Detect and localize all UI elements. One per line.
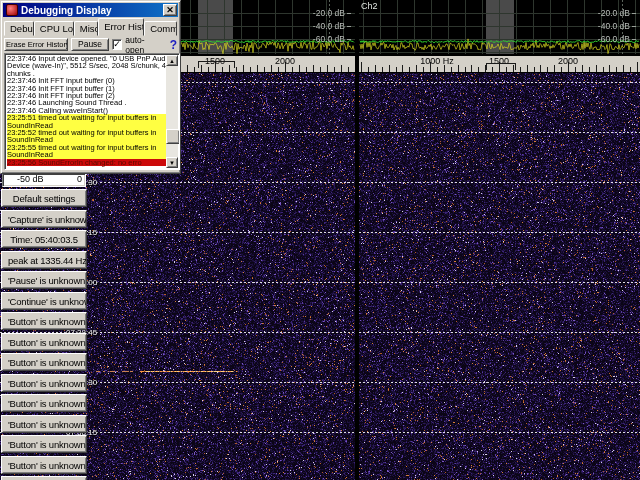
log-line: 23:25:56 SoundErrorIn changed: no erro [7,159,166,166]
erase-error-history-button[interactable]: Erase Error History [4,38,68,51]
channel2-label: Ch2 [361,1,378,11]
sidebar-button-12[interactable]: 'Button' is unknown [1,435,87,453]
sidebar-button-10[interactable]: 'Button' is unknown [1,394,87,412]
band-marker-left [198,61,235,68]
scrollbar[interactable]: ▲ ▼ [166,55,178,168]
app-screen: Ch2 -20.0 dB-40.0 dB-60.0 dB -20.0 dB-40… [0,0,640,480]
sidebar-button-2[interactable]: Time: 05:40:03.5 [1,230,87,248]
sidebar-button-14[interactable]: 'Button' is unknown [1,476,87,480]
channel-divider [355,0,359,480]
app-icon [6,4,18,16]
band-marker-right [486,63,516,70]
sidebar-button-3[interactable]: peak at 1335.44 Hz [1,251,87,269]
tab-error-history[interactable]: Error History [98,18,144,36]
debugging-display-window: Debugging Display ✕ DebugCPU LoadMiscErr… [0,0,181,174]
close-icon[interactable]: ✕ [163,4,177,16]
scroll-down-icon[interactable]: ▼ [166,157,178,168]
freq-label: 2000 [558,56,578,66]
level-display: -50 dB 0 [2,173,86,187]
title-bar[interactable]: Debugging Display ✕ [3,3,178,17]
scrollbar-thumb[interactable] [166,129,180,144]
sidebar-button-7[interactable]: 'Button' is unknown [1,333,87,351]
error-history-list[interactable]: 22:37:46 Input device opened. "0 USB PnP… [4,53,180,170]
level-zero-value: 0 [77,174,82,184]
pause-button[interactable]: Pause [71,38,109,51]
sidebar-button-4[interactable]: 'Pause' is unknown [1,271,87,289]
freq-label: 1000 Hz [420,56,454,66]
sidebar-button-1[interactable]: 'Capture' is unknown [1,210,87,228]
waterfall-right-canvas[interactable] [359,73,640,480]
sidebar-button-8[interactable]: 'Button' is unknown [1,353,87,371]
tab-cpu-load[interactable]: CPU Load [34,21,74,36]
sidebar-button-9[interactable]: 'Button' is unknown [1,374,87,392]
tab-debug[interactable]: Debug [4,21,34,36]
level-db-value: -50 dB [17,174,44,184]
freq-label: 2000 [275,56,295,66]
auto-open-label: auto-open [125,35,162,55]
toolbar: Erase Error History Pause ✓ auto-open ? [4,37,177,52]
tab-misc[interactable]: Misc [74,21,98,36]
scroll-up-icon[interactable]: ▲ [166,55,178,66]
window-title: Debugging Display [21,5,163,16]
auto-open-checkbox[interactable]: ✓ [112,39,123,50]
sidebar-button-6[interactable]: 'Button' is unknown [1,312,87,330]
sidebar-button-0[interactable]: Default settings [1,189,87,207]
help-icon[interactable]: ? [170,38,177,52]
sidebar-button-11[interactable]: 'Button' is unknown [1,415,87,433]
sidebar-button-5[interactable]: 'Continue' is unknown [1,292,87,310]
sidebar-button-13[interactable]: 'Button' is unknown [1,456,87,474]
